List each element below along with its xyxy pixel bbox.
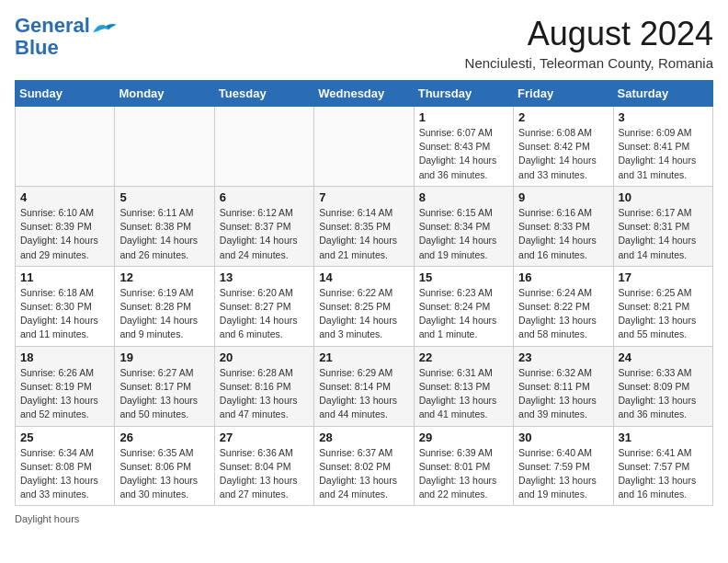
day-info: Sunrise: 6:31 AM Sunset: 8:13 PM Dayligh… (419, 366, 508, 422)
logo-text: General Blue (15, 15, 90, 59)
calendar: SundayMondayTuesdayWednesdayThursdayFrid… (15, 80, 713, 506)
calendar-cell: 5Sunrise: 6:11 AM Sunset: 8:38 PM Daylig… (115, 186, 214, 266)
day-number: 10 (619, 190, 708, 204)
day-number: 14 (319, 270, 408, 284)
day-info: Sunrise: 6:23 AM Sunset: 8:24 PM Dayligh… (419, 286, 508, 342)
day-info: Sunrise: 6:22 AM Sunset: 8:25 PM Dayligh… (319, 286, 408, 342)
calendar-cell: 8Sunrise: 6:15 AM Sunset: 8:34 PM Daylig… (414, 186, 513, 266)
day-number: 7 (319, 190, 408, 204)
calendar-cell: 31Sunrise: 6:41 AM Sunset: 7:57 PM Dayli… (613, 426, 712, 506)
day-info: Sunrise: 6:29 AM Sunset: 8:14 PM Dayligh… (319, 366, 408, 422)
day-number: 19 (119, 350, 209, 364)
calendar-cell (115, 107, 214, 187)
day-number: 31 (619, 431, 708, 444)
day-number: 26 (119, 431, 209, 444)
calendar-cell: 17Sunrise: 6:25 AM Sunset: 8:21 PM Dayli… (613, 266, 712, 346)
day-number: 21 (319, 350, 408, 364)
calendar-cell: 7Sunrise: 6:14 AM Sunset: 8:35 PM Daylig… (314, 186, 414, 266)
day-info: Sunrise: 6:27 AM Sunset: 8:17 PM Dayligh… (119, 366, 209, 422)
calendar-cell: 27Sunrise: 6:36 AM Sunset: 8:04 PM Dayli… (214, 426, 313, 506)
day-number: 2 (518, 110, 608, 124)
day-number: 16 (518, 270, 608, 284)
weekday-header-tuesday: Tuesday (214, 81, 313, 107)
calendar-cell: 10Sunrise: 6:17 AM Sunset: 8:31 PM Dayli… (613, 186, 712, 266)
day-number: 3 (619, 110, 708, 124)
calendar-cell (314, 107, 414, 187)
day-number: 22 (419, 350, 508, 364)
day-info: Sunrise: 6:32 AM Sunset: 8:11 PM Dayligh… (518, 366, 608, 422)
day-info: Sunrise: 6:20 AM Sunset: 8:27 PM Dayligh… (220, 286, 309, 342)
day-info: Sunrise: 6:17 AM Sunset: 8:31 PM Dayligh… (619, 206, 708, 262)
day-number: 4 (20, 190, 109, 204)
day-number: 27 (220, 431, 309, 444)
calendar-cell: 12Sunrise: 6:19 AM Sunset: 8:28 PM Dayli… (115, 266, 214, 346)
calendar-cell: 14Sunrise: 6:22 AM Sunset: 8:25 PM Dayli… (314, 266, 414, 346)
day-info: Sunrise: 6:34 AM Sunset: 8:08 PM Dayligh… (20, 446, 109, 502)
day-info: Sunrise: 6:18 AM Sunset: 8:30 PM Dayligh… (20, 286, 109, 342)
calendar-cell: 11Sunrise: 6:18 AM Sunset: 8:30 PM Dayli… (16, 266, 115, 346)
day-info: Sunrise: 6:14 AM Sunset: 8:35 PM Dayligh… (319, 206, 408, 262)
calendar-week-row: 1Sunrise: 6:07 AM Sunset: 8:43 PM Daylig… (16, 107, 713, 187)
calendar-cell: 22Sunrise: 6:31 AM Sunset: 8:13 PM Dayli… (414, 346, 513, 426)
day-info: Sunrise: 6:35 AM Sunset: 8:06 PM Dayligh… (119, 446, 209, 502)
calendar-cell: 1Sunrise: 6:07 AM Sunset: 8:43 PM Daylig… (414, 107, 513, 187)
weekday-header-wednesday: Wednesday (314, 81, 414, 107)
weekday-header-monday: Monday (115, 81, 214, 107)
location: Nenciulesti, Teleorman County, Romania (465, 55, 713, 71)
day-number: 25 (20, 431, 109, 444)
day-info: Sunrise: 6:11 AM Sunset: 8:38 PM Dayligh… (119, 206, 209, 262)
calendar-cell: 20Sunrise: 6:28 AM Sunset: 8:16 PM Dayli… (214, 346, 313, 426)
day-number: 30 (518, 431, 608, 444)
day-info: Sunrise: 6:40 AM Sunset: 7:59 PM Dayligh… (518, 446, 608, 502)
day-number: 24 (619, 350, 708, 364)
calendar-cell: 13Sunrise: 6:20 AM Sunset: 8:27 PM Dayli… (214, 266, 313, 346)
month-year: August 2024 (465, 15, 713, 53)
day-number: 29 (419, 431, 508, 444)
calendar-cell: 6Sunrise: 6:12 AM Sunset: 8:37 PM Daylig… (214, 186, 313, 266)
day-number: 12 (119, 270, 209, 284)
day-info: Sunrise: 6:41 AM Sunset: 7:57 PM Dayligh… (619, 446, 708, 502)
day-number: 11 (20, 270, 109, 284)
day-info: Sunrise: 6:15 AM Sunset: 8:34 PM Dayligh… (419, 206, 508, 262)
calendar-cell (16, 107, 115, 187)
weekday-header-row: SundayMondayTuesdayWednesdayThursdayFrid… (16, 81, 713, 107)
day-info: Sunrise: 6:25 AM Sunset: 8:21 PM Dayligh… (619, 286, 708, 342)
calendar-cell: 24Sunrise: 6:33 AM Sunset: 8:09 PM Dayli… (613, 346, 712, 426)
calendar-week-row: 11Sunrise: 6:18 AM Sunset: 8:30 PM Dayli… (16, 266, 713, 346)
day-number: 8 (419, 190, 508, 204)
calendar-cell: 30Sunrise: 6:40 AM Sunset: 7:59 PM Dayli… (514, 426, 613, 506)
day-info: Sunrise: 6:10 AM Sunset: 8:39 PM Dayligh… (20, 206, 109, 262)
calendar-cell: 19Sunrise: 6:27 AM Sunset: 8:17 PM Dayli… (115, 346, 214, 426)
weekday-header-friday: Friday (514, 81, 613, 107)
calendar-cell: 18Sunrise: 6:26 AM Sunset: 8:19 PM Dayli… (16, 346, 115, 426)
day-info: Sunrise: 6:24 AM Sunset: 8:22 PM Dayligh… (518, 286, 608, 342)
calendar-cell: 23Sunrise: 6:32 AM Sunset: 8:11 PM Dayli… (514, 346, 613, 426)
calendar-cell: 15Sunrise: 6:23 AM Sunset: 8:24 PM Dayli… (414, 266, 513, 346)
day-number: 5 (119, 190, 209, 204)
calendar-cell: 28Sunrise: 6:37 AM Sunset: 8:02 PM Dayli… (314, 426, 414, 506)
day-info: Sunrise: 6:08 AM Sunset: 8:42 PM Dayligh… (518, 126, 608, 182)
weekday-header-sunday: Sunday (16, 81, 115, 107)
calendar-cell: 16Sunrise: 6:24 AM Sunset: 8:22 PM Dayli… (514, 266, 613, 346)
calendar-cell: 26Sunrise: 6:35 AM Sunset: 8:06 PM Dayli… (115, 426, 214, 506)
title-area: August 2024 Nenciulesti, Teleorman Count… (465, 15, 713, 71)
calendar-cell: 29Sunrise: 6:39 AM Sunset: 8:01 PM Dayli… (414, 426, 513, 506)
day-number: 9 (518, 190, 608, 204)
day-number: 23 (518, 350, 608, 364)
day-number: 1 (419, 110, 508, 124)
day-info: Sunrise: 6:19 AM Sunset: 8:28 PM Dayligh… (119, 286, 209, 342)
day-number: 6 (220, 190, 309, 204)
day-number: 28 (319, 431, 408, 444)
day-info: Sunrise: 6:39 AM Sunset: 8:01 PM Dayligh… (419, 446, 508, 502)
calendar-cell: 25Sunrise: 6:34 AM Sunset: 8:08 PM Dayli… (16, 426, 115, 506)
day-info: Sunrise: 6:33 AM Sunset: 8:09 PM Dayligh… (619, 366, 708, 422)
logo-bird-icon (92, 20, 118, 37)
calendar-week-row: 4Sunrise: 6:10 AM Sunset: 8:39 PM Daylig… (16, 186, 713, 266)
day-number: 13 (220, 270, 309, 284)
day-info: Sunrise: 6:37 AM Sunset: 8:02 PM Dayligh… (319, 446, 408, 502)
footer-note: Daylight hours (15, 513, 713, 524)
calendar-week-row: 25Sunrise: 6:34 AM Sunset: 8:08 PM Dayli… (16, 426, 713, 506)
calendar-cell: 21Sunrise: 6:29 AM Sunset: 8:14 PM Dayli… (314, 346, 414, 426)
day-number: 20 (220, 350, 309, 364)
calendar-cell: 3Sunrise: 6:09 AM Sunset: 8:41 PM Daylig… (613, 107, 712, 187)
